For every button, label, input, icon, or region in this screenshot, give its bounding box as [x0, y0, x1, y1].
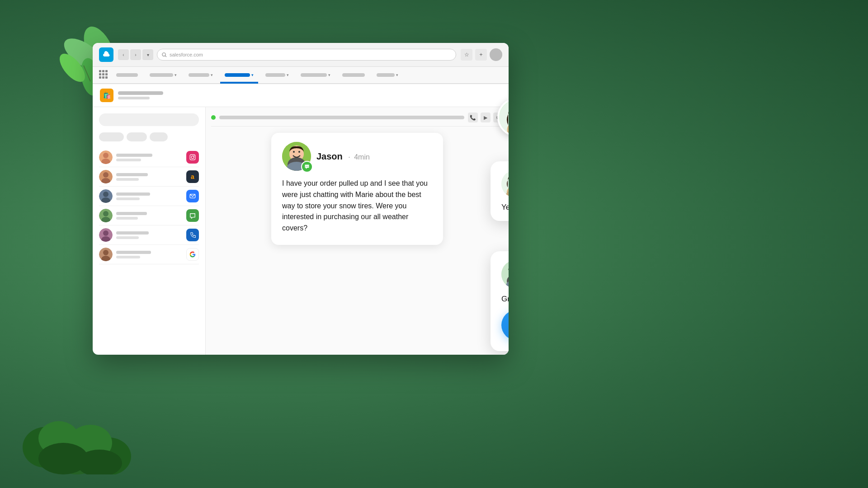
tricia-floating-avatar — [497, 98, 509, 136]
nav-service-label — [116, 73, 138, 77]
forward-button[interactable]: › — [130, 49, 141, 60]
phone-icon[interactable]: 📞 — [468, 113, 478, 122]
online-indicator — [211, 115, 216, 120]
nav-messaging-dropdown: ▾ — [251, 73, 254, 77]
page-subtitle — [118, 97, 150, 99]
svg-point-27 — [103, 192, 108, 197]
tricia-message: Yes, I think so! — [501, 203, 509, 212]
contact-sub-6 — [116, 256, 140, 258]
address-bar[interactable]: salesforce.com — [157, 49, 456, 61]
nav-reports[interactable]: ▾ — [261, 67, 293, 83]
nav-dashboards[interactable]: ▾ — [296, 67, 335, 83]
contact-sub-4 — [116, 217, 138, 220]
jason-bottom-card: Jason · 1min Great, you can check out he… — [491, 251, 509, 351]
contact-name-1 — [116, 154, 152, 157]
contact-name-5 — [116, 231, 149, 235]
search-icon — [162, 52, 167, 57]
contact-name-3 — [116, 192, 150, 196]
sidebar-filter-row — [99, 132, 199, 141]
nav-more[interactable]: ▾ — [372, 67, 403, 83]
jason-bottom-avatar-wrapper — [501, 260, 509, 288]
tricia-avatar — [501, 170, 509, 197]
apps-grid-icon[interactable] — [99, 70, 109, 80]
browser-chrome: ‹ › ▾ salesforce.com ☆ + — [93, 43, 509, 67]
tricia-avatar-wrapper — [501, 170, 509, 197]
nav-contacts[interactable]: ▾ — [184, 67, 217, 83]
dropdown-button[interactable]: ▾ — [142, 49, 153, 60]
svg-point-47 — [307, 166, 307, 167]
contact-sub-1 — [116, 159, 141, 161]
filter-open[interactable] — [127, 132, 147, 141]
channel-email — [186, 190, 199, 202]
nav-reports-label — [265, 73, 285, 77]
contact-avatar-2 — [99, 170, 113, 183]
jason-message: I have your order pulled up and I see th… — [282, 178, 432, 234]
channel-messaging — [186, 209, 199, 222]
list-item[interactable] — [99, 148, 199, 167]
contact-avatar-1 — [99, 150, 113, 164]
page-title — [118, 91, 163, 95]
jason-messaging-badge — [301, 161, 313, 173]
left-sidebar: a — [93, 107, 206, 355]
url-text: salesforce.com — [170, 52, 203, 57]
svg-point-21 — [191, 156, 194, 159]
jason-dot: · — [348, 153, 350, 161]
tricia-header: Tricia · 2min — [501, 170, 509, 197]
svg-point-31 — [103, 211, 108, 216]
contact-info-3 — [116, 192, 183, 200]
salesforce-logo — [99, 47, 113, 62]
list-item[interactable] — [99, 225, 199, 245]
tricia-card: Tricia · 2min Yes, I think so! — [491, 161, 509, 221]
contact-info-1 — [116, 154, 183, 161]
list-item[interactable] — [99, 245, 199, 264]
nav-accounts[interactable]: ▾ — [145, 67, 181, 83]
channel-phone — [186, 229, 199, 241]
filter-mine[interactable] — [150, 132, 168, 141]
nav-messaging-label — [225, 73, 250, 77]
user-avatar — [490, 48, 502, 61]
chat-header: 📞 ▶ ⚙ — [211, 113, 503, 127]
nav-dashboards-dropdown: ▾ — [328, 73, 330, 77]
svg-point-45 — [298, 151, 300, 153]
nav-more-dropdown: ▾ — [396, 73, 398, 77]
contact-info-2 — [116, 173, 183, 181]
bushes-bottom-decoration — [23, 393, 136, 474]
svg-rect-20 — [190, 155, 195, 160]
nav-chatter[interactable] — [338, 67, 369, 83]
svg-point-46 — [306, 166, 307, 167]
contact-sub-5 — [116, 236, 139, 239]
page-header: 🛍️ — [93, 84, 509, 107]
contact-info-5 — [116, 231, 183, 239]
contact-sub-2 — [116, 178, 139, 181]
nav-messaging[interactable]: ▾ — [220, 67, 258, 84]
list-item[interactable]: a — [99, 167, 199, 187]
sidebar-search[interactable] — [99, 113, 199, 126]
nav-contacts-dropdown: ▾ — [211, 73, 213, 77]
jason-bottom-message: Great, you can check out here. — [501, 295, 509, 304]
contact-avatar-5 — [99, 228, 113, 242]
main-chat-bubble: Jason · 4min I have your order pulled up… — [271, 133, 443, 245]
jason-avatar-wrapper — [282, 142, 311, 171]
nav-chatter-label — [342, 73, 365, 77]
filter-all[interactable] — [99, 132, 124, 141]
list-item[interactable] — [99, 206, 199, 225]
video-icon[interactable]: ▶ — [481, 113, 491, 122]
star-button[interactable]: ☆ — [461, 49, 472, 61]
contact-name-6 — [116, 251, 151, 254]
svg-point-37 — [103, 250, 108, 255]
nav-dropdown-icon: ▾ — [175, 73, 177, 77]
list-item[interactable] — [99, 187, 199, 206]
svg-point-24 — [103, 172, 108, 178]
chat-bubble-icon — [304, 164, 310, 169]
main-content: a — [93, 107, 509, 355]
svg-line-16 — [165, 56, 166, 57]
tap-here-to-pay-button[interactable]: Tap here to pay — [501, 310, 509, 340]
browser-window: ‹ › ▾ salesforce.com ☆ + — [93, 43, 509, 355]
contact-name-2 — [116, 173, 148, 176]
back-button[interactable]: ‹ — [118, 49, 129, 60]
contact-avatar-4 — [99, 209, 113, 222]
nav-service[interactable] — [112, 67, 142, 83]
jason-agent-header: Jason · 4min — [282, 142, 432, 171]
jason-bottom-avatar — [501, 260, 509, 288]
add-tab-button[interactable]: + — [475, 49, 487, 61]
